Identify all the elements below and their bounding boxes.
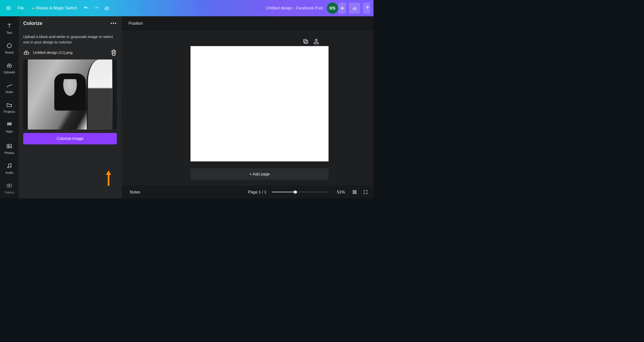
editor-toolbar: Position (122, 16, 374, 30)
page-tool-row (302, 38, 319, 45)
page-indicator[interactable]: Page 1 / 1 (248, 190, 266, 194)
bottom-bar: Notes Page 1 / 1 51% (122, 186, 374, 198)
svg-point-16 (8, 167, 9, 168)
brand-icon (6, 43, 12, 50)
svg-rect-23 (304, 39, 307, 43)
top-right-controls: RS (326, 2, 370, 13)
main-row: Text Brand Uploads Draw Projects Apps (0, 16, 374, 198)
uploads-icon (6, 62, 12, 69)
rail-label: Draw (6, 90, 13, 94)
add-page-button[interactable]: + Add page (190, 168, 328, 180)
audio-icon (6, 163, 12, 170)
svg-point-20 (113, 23, 114, 24)
design-title-text: Untitled design - Facebook Post (266, 6, 323, 10)
top-header: File Resize & Magic Switch Untitled desi… (0, 0, 374, 16)
position-label: Position (129, 21, 143, 25)
svg-rect-28 (353, 192, 354, 194)
panel-description: Upload a black-and-white or grayscale im… (23, 34, 117, 45)
rail-item-projects[interactable]: Projects (0, 98, 18, 117)
editor-area: Position + Add page (122, 16, 374, 198)
resize-magic-switch-button[interactable]: Resize & Magic Switch (28, 3, 81, 13)
rail-separator (4, 138, 14, 139)
preview-thumbnail (28, 59, 112, 130)
zoom-slider-fill (272, 191, 295, 192)
notes-button[interactable]: Notes (126, 189, 142, 195)
svg-rect-13 (10, 124, 12, 125)
rail-item-text[interactable]: Text (0, 19, 18, 39)
text-icon (6, 23, 12, 30)
fullscreen-button[interactable] (362, 188, 369, 196)
projects-icon (6, 102, 12, 109)
svg-rect-9 (9, 123, 10, 124)
panel-title: Colorize (23, 20, 42, 26)
app-root: File Resize & Magic Switch Untitled desi… (0, 0, 374, 198)
rail-item-uploads[interactable]: Uploads (0, 58, 18, 78)
colorize-image-button[interactable]: Colorize image (23, 133, 117, 144)
svg-rect-24 (314, 42, 318, 44)
videos-icon (6, 183, 12, 190)
panel-more-button[interactable] (110, 19, 117, 27)
zoom-slider-thumb[interactable] (294, 191, 297, 194)
notes-label: Notes (130, 190, 140, 194)
rail-item-apps[interactable]: Apps (0, 117, 18, 137)
annotation-arrow-icon (104, 169, 113, 187)
insights-button[interactable] (349, 2, 360, 13)
duplicate-page-button[interactable] (302, 38, 309, 45)
export-page-button[interactable] (313, 38, 320, 45)
file-menu-label: File (18, 6, 24, 10)
zoom-slider[interactable] (272, 191, 329, 192)
apps-icon (6, 122, 12, 129)
rail-item-draw[interactable]: Draw (0, 78, 18, 98)
rail-item-brand[interactable]: Brand (0, 39, 18, 58)
add-page-label: + Add page (250, 172, 270, 176)
rail-item-photos[interactable]: Photos (0, 139, 18, 159)
svg-rect-27 (355, 190, 356, 191)
svg-rect-22 (304, 40, 308, 44)
left-nav-rail: Text Brand Uploads Draw Projects Apps (0, 16, 18, 198)
design-canvas[interactable] (190, 46, 328, 161)
file-menu-button[interactable]: File (14, 3, 28, 13)
rail-item-audio[interactable]: Audio (0, 159, 18, 179)
image-preview[interactable] (23, 59, 117, 130)
svg-point-21 (115, 23, 116, 24)
design-title-input[interactable]: Untitled design - Facebook Post (263, 6, 326, 10)
undo-button[interactable] (81, 3, 91, 13)
cloud-sync-button[interactable] (102, 3, 112, 13)
svg-rect-26 (353, 190, 354, 191)
svg-point-15 (8, 145, 9, 146)
colorize-button-label: Colorize image (56, 136, 83, 141)
stage: + Add page Notes Page 1 / 1 (122, 30, 374, 198)
avatar-initials: RS (330, 6, 335, 10)
svg-rect-12 (9, 124, 10, 125)
cloud-upload-icon (23, 49, 30, 56)
delete-file-button[interactable] (110, 49, 117, 56)
side-panel-colorize: Colorize Upload a black-and-white or gra… (18, 16, 122, 198)
resize-label: Resize & Magic Switch (36, 6, 77, 10)
redo-button[interactable] (91, 3, 102, 13)
menu-hamburger-button[interactable] (4, 3, 14, 13)
svg-rect-8 (8, 123, 9, 124)
uploaded-file-row: Untitled design (11).png (23, 48, 117, 56)
svg-rect-29 (355, 192, 356, 194)
share-button[interactable] (363, 2, 370, 13)
rail-label: Audio (5, 171, 13, 175)
rail-item-videos[interactable]: Videos (0, 179, 18, 198)
user-avatar[interactable]: RS (327, 2, 338, 13)
svg-rect-11 (8, 124, 9, 125)
grid-view-button[interactable] (351, 188, 358, 196)
svg-point-17 (10, 166, 11, 167)
rail-label: Uploads (4, 70, 15, 74)
rail-label: Brand (5, 50, 14, 54)
rail-label: Photos (4, 151, 14, 155)
panel-header: Colorize (18, 16, 122, 30)
rail-label: Projects (4, 110, 15, 113)
zoom-value[interactable]: 51% (334, 190, 348, 194)
uploaded-file-name: Untitled design (11).png (33, 50, 107, 55)
add-collaborator-button[interactable] (338, 2, 346, 13)
rail-label: Videos (4, 191, 14, 194)
svg-rect-10 (10, 123, 12, 124)
crown-icon (32, 6, 34, 10)
position-button[interactable]: Position (126, 19, 145, 27)
rail-label: Text (6, 31, 12, 34)
panel-body: Upload a black-and-white or grayscale im… (18, 30, 122, 148)
